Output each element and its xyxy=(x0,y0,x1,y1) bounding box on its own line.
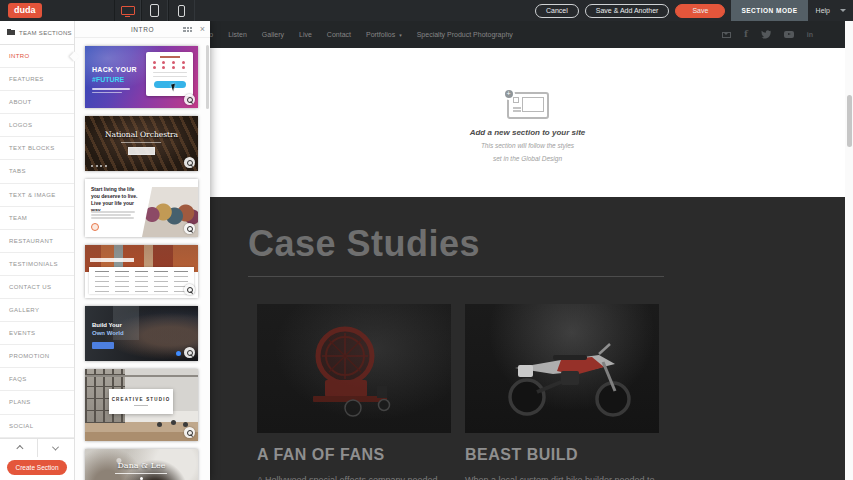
text-bar xyxy=(91,217,134,219)
sidebar-footer: Create Section xyxy=(0,438,74,480)
sidebar-item-text-blocks[interactable]: TEXT BLOCKS xyxy=(0,137,74,160)
sidebar-item-intro[interactable]: INTRO xyxy=(0,45,74,68)
sidebar-item-tabs[interactable]: TABS xyxy=(0,160,74,183)
panel-scrollbar-thumb[interactable] xyxy=(206,45,209,109)
nav-link-gallery[interactable]: Gallery xyxy=(262,31,284,38)
chevron-up-icon xyxy=(16,444,23,451)
thumb-title-accent: Own World xyxy=(92,330,124,336)
mobile-view-button[interactable] xyxy=(168,0,195,21)
email-icon[interactable] xyxy=(722,32,731,38)
sidebar-item-logos[interactable]: LOGOS xyxy=(0,114,74,137)
nav-link-contact[interactable]: Contact xyxy=(327,31,351,38)
help-caret-icon[interactable] xyxy=(840,9,846,12)
placeholder-title: Add a new section to your site xyxy=(210,128,845,137)
thumb-cta-button xyxy=(128,147,155,155)
preview-magnifier-icon[interactable] xyxy=(184,223,195,234)
placeholder-rect xyxy=(522,97,544,112)
section-category-sidebar: TEAM SECTIONS INTRO FEATURES ABOUT LOGOS… xyxy=(0,21,75,480)
thumb-heading: Start living the life you deserve to liv… xyxy=(91,186,141,214)
thumbnail-creative-studio[interactable]: CREATIVE STUDIO xyxy=(85,369,198,441)
schedule-table xyxy=(89,267,194,294)
portfolios-caret-icon[interactable]: ▾ xyxy=(399,32,402,38)
text-bar xyxy=(92,92,122,94)
thumbnail-national-orchestra[interactable]: National Orchestra xyxy=(85,116,198,171)
desktop-view-button[interactable] xyxy=(114,0,141,21)
sidebar-item-plans[interactable]: PLANS xyxy=(0,391,74,414)
preview-magnifier-icon[interactable] xyxy=(184,284,195,295)
sidebar-item-faqs[interactable]: FAQS xyxy=(0,368,74,391)
twitter-icon[interactable] xyxy=(761,30,771,39)
thumb-title: Dana & Lee xyxy=(85,461,198,470)
thumbnail-dana-and-lee[interactable]: Dana & Lee xyxy=(85,449,198,480)
sidebar-item-text-image[interactable]: TEXT & IMAGE xyxy=(0,184,74,207)
toolbar-actions: Cancel Save & Add Another Save SECTION M… xyxy=(535,0,853,21)
chevron-down-icon xyxy=(52,443,59,450)
thumb-cta-circle xyxy=(91,223,99,231)
sidebar-item-restaurant[interactable]: RESTAURANT xyxy=(0,230,74,253)
input-bar xyxy=(153,76,187,78)
preview-magnifier-icon[interactable] xyxy=(184,157,195,168)
nav-link-live[interactable]: Live xyxy=(299,31,312,38)
cancel-button[interactable]: Cancel xyxy=(535,4,579,18)
sidebar-item-contact-us[interactable]: CONTACT US xyxy=(0,276,74,299)
nav-link-listen[interactable]: Listen xyxy=(228,31,247,38)
save-add-another-button[interactable]: Save & Add Another xyxy=(585,4,670,18)
sidebar-item-social[interactable]: SOCIAL xyxy=(0,415,74,438)
youtube-icon[interactable] xyxy=(784,31,794,38)
nav-link-specialty[interactable]: Specialty Product Photography xyxy=(417,31,513,38)
sidebar-item-events[interactable]: EVENTS xyxy=(0,322,74,345)
section-title: Case Studies xyxy=(248,223,845,265)
thumbnail-lifestyle[interactable]: Start living the life you deserve to liv… xyxy=(85,179,198,237)
case-study-card-fan: A FAN OF FANS A Hollywood special effect… xyxy=(257,304,451,480)
title-underline xyxy=(115,473,167,474)
thumbnail-travel-table[interactable] xyxy=(85,245,198,298)
help-menu[interactable]: Help xyxy=(816,7,830,14)
social-links: f in xyxy=(722,21,813,48)
card-title: BEAST BUILD xyxy=(465,446,659,464)
add-section-dropzone[interactable]: + Add a new section to your site This se… xyxy=(210,48,845,218)
card-title: A FAN OF FANS xyxy=(257,446,451,464)
section-placeholder-icon: + xyxy=(507,92,549,119)
thumb-title: HACK YOUR xyxy=(92,66,137,73)
preview-magnifier-icon[interactable] xyxy=(184,427,195,438)
sidebar-item-testimonials[interactable]: TESTIMONIALS xyxy=(0,253,74,276)
case-studies-section: Case Studies xyxy=(210,197,845,480)
placeholder-subtitle-1: This section will follow the styles xyxy=(210,142,845,150)
top-toolbar: duda Cancel Save & Add Another Save SECT… xyxy=(0,0,853,21)
text-bar xyxy=(91,211,135,213)
save-button[interactable]: Save xyxy=(675,4,725,18)
scroll-down-button[interactable] xyxy=(37,439,75,457)
nav-link-portfolios[interactable]: Portfolios xyxy=(366,31,395,38)
sidebar-item-features[interactable]: FEATURES xyxy=(0,68,74,91)
page-scrollbar[interactable] xyxy=(845,21,853,480)
grid-view-icon[interactable] xyxy=(183,27,192,32)
preview-magnifier-icon[interactable] xyxy=(184,347,195,358)
sidebar-item-team[interactable]: TEAM xyxy=(0,207,74,230)
input-bar xyxy=(153,72,187,74)
thumb-cta-button xyxy=(92,342,114,349)
sidebar-item-gallery[interactable]: GALLERY xyxy=(0,299,74,322)
ceiling-beam xyxy=(85,375,198,377)
scroll-up-button[interactable] xyxy=(0,439,37,457)
dirt-bike-image xyxy=(465,304,659,433)
sidebar-item-promotion[interactable]: PROMOTION xyxy=(0,345,74,368)
card-text: A Hollywood special effects company need… xyxy=(257,473,451,480)
page-scrollbar-thumb[interactable] xyxy=(847,95,852,147)
thumbnail-build-your-own-world[interactable]: Build Your Own World xyxy=(85,306,198,361)
linkedin-icon[interactable]: in xyxy=(807,31,813,38)
form-fields-dots xyxy=(153,61,187,69)
facebook-icon[interactable]: f xyxy=(744,30,748,39)
sidebar-item-about[interactable]: ABOUT xyxy=(0,91,74,114)
sidebar-scroll-arrows xyxy=(0,438,74,457)
slider-dots xyxy=(91,165,107,167)
case-study-cards: A FAN OF FANS A Hollywood special effect… xyxy=(257,304,845,480)
tablet-view-button[interactable] xyxy=(141,0,168,21)
thumbnail-hack-your-future[interactable]: HACK YOUR #FUTURE xyxy=(85,46,198,108)
create-section-button[interactable]: Create Section xyxy=(7,460,67,475)
close-icon[interactable]: × xyxy=(200,23,205,36)
chat-bubble-icon xyxy=(176,351,181,356)
device-switcher xyxy=(114,0,195,21)
thumb-title: CREATIVE STUDIO xyxy=(109,397,173,402)
preview-magnifier-icon[interactable] xyxy=(184,94,195,105)
fan-machine-art xyxy=(257,304,451,433)
